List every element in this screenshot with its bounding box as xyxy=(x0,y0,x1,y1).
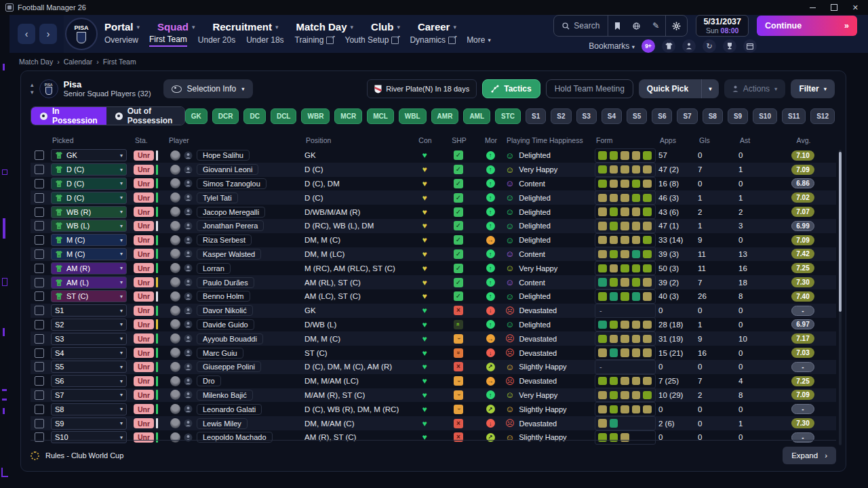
staff-icon[interactable] xyxy=(682,39,696,53)
position-chip-mcl[interactable]: MCL xyxy=(367,108,394,124)
expand-button[interactable]: Expand› xyxy=(783,447,836,464)
column-header-sta-[interactable]: Sta. xyxy=(134,136,167,144)
tab-first-team[interactable]: First Team xyxy=(149,35,187,47)
picked-select[interactable]: AM (R)▾ xyxy=(51,262,127,274)
actions-button[interactable]: Actions ▾ xyxy=(724,79,786,98)
hold-team-meeting-button[interactable]: Hold Team Meeting xyxy=(546,79,633,98)
player-name[interactable]: Giuseppe Polini xyxy=(197,361,261,372)
position-chip-aml[interactable]: AML xyxy=(463,108,490,124)
nav-portal[interactable]: Portal▾ xyxy=(104,21,140,33)
scrollbar-thumb[interactable] xyxy=(839,152,842,312)
picked-select[interactable]: S4▾ xyxy=(51,347,127,359)
picked-select[interactable]: AM (L)▾ xyxy=(51,277,127,289)
row-checkbox[interactable] xyxy=(35,165,44,174)
player-name[interactable]: Paulo Durães xyxy=(197,277,254,288)
forward-button[interactable]: › xyxy=(39,24,57,44)
nav-recruitment[interactable]: Recruitment▾ xyxy=(212,21,278,33)
tab-more[interactable]: More▾ xyxy=(467,35,491,46)
picked-select[interactable]: GK▾ xyxy=(51,149,127,161)
calendar-icon[interactable] xyxy=(743,39,757,53)
player-name[interactable]: Jonathan Perera xyxy=(197,220,264,231)
picked-select[interactable]: S2▾ xyxy=(51,319,127,331)
position-chip-amr[interactable]: AMR xyxy=(431,108,459,124)
picked-select[interactable]: S1▾ xyxy=(51,304,127,317)
player-profile-icon[interactable] xyxy=(184,151,193,160)
minimize-button[interactable] xyxy=(810,7,816,8)
player-name[interactable]: Lewis Miley xyxy=(197,418,248,429)
close-button[interactable]: ✕ xyxy=(852,3,859,12)
player-profile-icon[interactable] xyxy=(184,165,193,174)
position-chip-mcr[interactable]: MCR xyxy=(334,108,362,124)
nav-match-day[interactable]: Match Day▾ xyxy=(296,21,353,33)
player-name[interactable]: Benno Holm xyxy=(197,291,250,302)
sub-chip-s9[interactable]: S9 xyxy=(728,108,748,124)
column-header-mor[interactable]: Mor xyxy=(475,136,505,144)
picked-select[interactable]: M (C)▾ xyxy=(51,248,127,260)
bookmark-icon[interactable] xyxy=(608,16,627,36)
position-chip-stc[interactable]: STC xyxy=(495,108,521,124)
player-profile-icon[interactable] xyxy=(184,334,193,343)
continue-button[interactable]: Continue » xyxy=(757,16,857,36)
row-checkbox[interactable] xyxy=(35,334,44,344)
toggle-in-possession[interactable]: In Possession xyxy=(31,107,106,125)
tab-youth-setup[interactable]: Youth Setup xyxy=(344,35,399,46)
picked-select[interactable]: S7▾ xyxy=(51,389,127,401)
column-header-position[interactable]: Position xyxy=(304,136,408,144)
filter-button[interactable]: Filter ▾ xyxy=(791,79,835,98)
row-checkbox[interactable] xyxy=(35,419,44,428)
player-name[interactable]: Kasper Walsted xyxy=(197,249,261,260)
kit-icon[interactable] xyxy=(662,39,675,53)
player-profile-icon[interactable] xyxy=(184,363,193,371)
player-name[interactable]: Milenko Bajić xyxy=(197,390,253,401)
column-header-con[interactable]: Con xyxy=(408,136,441,144)
row-checkbox[interactable] xyxy=(35,291,44,301)
nav-club[interactable]: Club▾ xyxy=(371,21,400,33)
picked-select[interactable]: WB (L)▾ xyxy=(51,220,127,232)
player-name[interactable]: Marc Guiu xyxy=(197,348,243,359)
search-input[interactable]: Search xyxy=(554,21,608,30)
trophy-icon[interactable] xyxy=(723,39,736,53)
column-header-ast[interactable]: Ast xyxy=(738,136,781,144)
column-header-picked[interactable]: Picked xyxy=(51,136,134,144)
picked-select[interactable]: D (C)▾ xyxy=(51,178,127,190)
column-header-gls[interactable]: Gls xyxy=(698,136,738,144)
player-profile-icon[interactable] xyxy=(184,419,193,428)
column-header-shp[interactable]: SHP xyxy=(441,136,475,144)
player-name[interactable]: Ayyoub Bouaddi xyxy=(197,333,263,344)
back-button[interactable]: ‹ xyxy=(18,24,35,44)
tab-training[interactable]: Training xyxy=(295,35,334,46)
picked-select[interactable]: S8▾ xyxy=(51,403,127,415)
player-profile-icon[interactable] xyxy=(184,236,193,245)
sub-chip-s4[interactable]: S4 xyxy=(601,108,622,124)
row-checkbox[interactable] xyxy=(35,362,44,371)
player-name[interactable]: Giovanni Leoni xyxy=(197,164,258,175)
picked-select[interactable]: S9▾ xyxy=(51,418,127,430)
player-name[interactable]: Hope Salihu xyxy=(197,150,250,161)
row-checkbox[interactable] xyxy=(35,376,44,386)
player-profile-icon[interactable] xyxy=(184,193,193,202)
row-checkbox[interactable] xyxy=(35,405,44,414)
picked-select[interactable]: M (C)▾ xyxy=(51,234,127,246)
row-checkbox[interactable] xyxy=(35,306,44,315)
player-name[interactable]: Davide Guido xyxy=(197,319,254,330)
row-checkbox[interactable] xyxy=(35,150,44,160)
picked-select[interactable]: WB (R)▾ xyxy=(51,206,127,218)
picked-select[interactable]: D (C)▾ xyxy=(51,163,127,176)
player-name[interactable]: Jacopo Meregalli xyxy=(197,207,265,218)
bookmarks-dropdown[interactable]: Bookmarks ▾ xyxy=(589,41,635,51)
player-profile-icon[interactable] xyxy=(184,320,193,329)
picked-select[interactable]: D (C)▾ xyxy=(51,192,127,204)
player-name[interactable]: Leonardo Galati xyxy=(197,404,262,415)
sub-chip-s11[interactable]: S11 xyxy=(782,108,806,124)
settings-gear-icon[interactable] xyxy=(665,16,687,36)
breadcrumb-item[interactable]: First Team xyxy=(103,58,136,66)
player-profile-icon[interactable] xyxy=(184,222,193,230)
column-header-avg-[interactable]: Avg. xyxy=(781,136,825,144)
row-checkbox[interactable] xyxy=(35,193,44,203)
position-chip-dcr[interactable]: DCR xyxy=(212,108,239,124)
breadcrumb-item[interactable]: Calendar xyxy=(64,58,93,66)
sub-chip-s2[interactable]: S2 xyxy=(551,108,571,124)
globe-icon[interactable] xyxy=(627,16,646,36)
picked-select[interactable]: ST (C)▾ xyxy=(51,290,127,302)
picked-select[interactable]: S5▾ xyxy=(51,361,127,373)
